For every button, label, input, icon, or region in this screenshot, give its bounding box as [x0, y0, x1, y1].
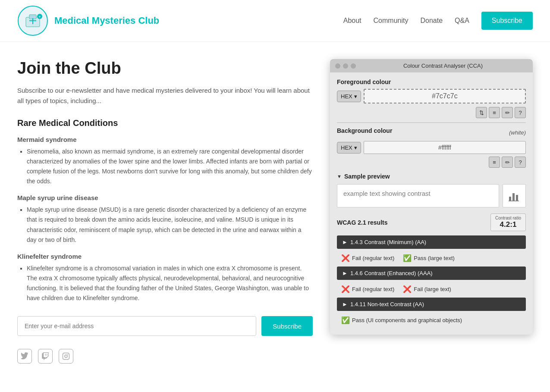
page-title: Join the Club — [17, 59, 313, 78]
cca-body: Foreground colour HEX ▾ ⇅ ≡ ✏ ? — [330, 72, 533, 335]
result-row-143[interactable]: ► 1.4.3 Contrast (Minimum) (AA) — [337, 235, 526, 249]
condition-title-maple: Maple syrup urine disease — [17, 194, 313, 201]
bg-white-label: (white) — [509, 129, 526, 136]
bg-eyedropper-icon[interactable]: ✏ — [502, 157, 513, 168]
instagram-icon[interactable] — [59, 349, 73, 364]
email-signup-row: Subscribe — [17, 316, 313, 336]
cca-title: Colour Contrast Analyser (CCA) — [358, 63, 528, 69]
result-143-item-0: ❌ Fail (regular text) — [341, 254, 394, 262]
fg-color-row: HEX ▾ — [337, 89, 526, 103]
intro-text: Subscribe to our e-newsletter and have m… — [17, 85, 313, 106]
nav-community[interactable]: Community — [374, 17, 409, 25]
fg-tools-row: ⇅ ≡ ✏ ? — [337, 107, 526, 118]
nav-qa[interactable]: Q&A — [455, 17, 469, 25]
fg-format-label: HEX — [341, 93, 352, 100]
fg-format-chevron: ▾ — [354, 93, 357, 100]
result-146-label: 1.4.6 Contrast (Enhanced) (AAA) — [350, 270, 433, 276]
result-146-item-0: ❌ Fail (regular text) — [341, 285, 394, 293]
svg-point-9 — [67, 354, 68, 355]
bg-help-icon[interactable]: ? — [515, 157, 526, 168]
result-143-item-1: ✅ Pass (large text) — [403, 254, 455, 262]
result-14111-label: 1.4.11 Non-text Contrast (AA) — [350, 301, 424, 307]
result-146-triangle: ► — [342, 270, 348, 276]
svg-rect-11 — [512, 193, 515, 201]
twitch-icon[interactable] — [38, 349, 53, 364]
subscribe-button[interactable]: Subscribe — [261, 316, 313, 336]
condition-desc-maple: Maple syrup urine disease (MSUD) is a ra… — [27, 205, 313, 245]
section-title: Rare Medical Conditions — [17, 118, 313, 128]
svg-rect-7 — [63, 353, 69, 360]
nav-about[interactable]: About — [343, 17, 361, 25]
email-input[interactable] — [17, 316, 256, 336]
sample-preview-row: example text showing contrast — [337, 184, 526, 207]
result-14111-text-0: Pass (UI components and graphical object… — [352, 317, 462, 323]
result-143-triangle: ► — [342, 239, 348, 245]
header: + Medical Mysteries Club About Community… — [0, 0, 550, 42]
result-146-details: ❌ Fail (regular text) ❌ Fail (large text… — [337, 282, 526, 298]
header-subscribe-button[interactable]: Subscribe — [481, 12, 533, 30]
result-143-text-1: Pass (large text) — [414, 255, 455, 261]
sample-text-box: example text showing contrast — [337, 184, 499, 207]
result-143-text-0: Fail (regular text) — [352, 255, 394, 261]
condition-title-klinefelter: Klinefelter syndrome — [17, 253, 313, 260]
fg-format-select[interactable]: HEX ▾ — [337, 91, 361, 102]
result-146-text-1: Fail (large text) — [414, 286, 451, 292]
result-row-146[interactable]: ► 1.4.6 Contrast (Enhanced) (AAA) — [337, 267, 526, 280]
fail-icon-0: ❌ — [341, 254, 350, 262]
cca-window: Colour Contrast Analyser (CCA) Foregroun… — [330, 59, 533, 335]
condition-klinefelter: Klinefelter syndrome Klinefelter syndrom… — [17, 253, 313, 303]
bg-hex-input[interactable] — [364, 141, 526, 154]
wcag-results-row: WCAG 2.1 results Contrast ratio 4.2:1 — [337, 213, 526, 231]
contrast-ratio-box: Contrast ratio 4.2:1 — [490, 213, 526, 231]
main-nav: About Community Donate Q&A Subscribe — [343, 12, 533, 30]
main-container: Join the Club Subscribe to our e-newslet… — [0, 42, 550, 372]
svg-point-8 — [65, 355, 67, 358]
result-14111-triangle: ► — [342, 301, 348, 307]
traffic-light-minimize — [343, 63, 348, 69]
bg-format-label: HEX — [341, 144, 352, 151]
wcag-label: WCAG 2.1 results — [337, 219, 387, 226]
social-icons — [17, 349, 313, 364]
twitter-icon[interactable] — [17, 349, 32, 364]
fg-label: Foreground colour — [337, 78, 526, 85]
contrast-ratio-value: 4.2:1 — [495, 220, 521, 229]
content-column: Join the Club Subscribe to our e-newslet… — [17, 59, 313, 364]
svg-text:+: + — [38, 15, 41, 19]
site-title: Medical Mysteries Club — [54, 15, 159, 26]
sample-label: Sample preview — [344, 173, 390, 180]
condition-maple: Maple syrup urine disease Maple syrup ur… — [17, 194, 313, 245]
pass-icon-0: ✅ — [403, 254, 412, 262]
fg-eyedropper-icon[interactable]: ✏ — [502, 107, 513, 118]
result-14111-item-0: ✅ Pass (UI components and graphical obje… — [341, 316, 462, 324]
bg-format-select[interactable]: HEX ▾ — [337, 142, 361, 154]
bg-sliders-icon[interactable]: ≡ — [489, 157, 500, 168]
result-row-14111[interactable]: ► 1.4.11 Non-text Contrast (AA) — [337, 298, 526, 311]
sample-triangle-icon: ▼ — [337, 174, 342, 179]
cca-panel: Colour Contrast Analyser (CCA) Foregroun… — [330, 59, 533, 335]
condition-mermaid: Mermaid syndrome Sirenomelia, also known… — [17, 136, 313, 186]
condition-list-klinefelter: Klinefelter syndrome is a chromosomal va… — [17, 263, 313, 303]
traffic-light-close — [335, 63, 340, 69]
condition-desc-mermaid: Sirenomelia, also known as mermaid syndr… — [27, 147, 313, 186]
condition-desc-klinefelter: Klinefelter syndrome is a chromosomal va… — [27, 263, 313, 303]
cca-titlebar: Colour Contrast Analyser (CCA) — [330, 59, 533, 72]
chart-icon-box — [503, 184, 526, 207]
bg-label: Background colour — [337, 127, 392, 134]
nav-donate[interactable]: Donate — [420, 17, 443, 25]
sample-preview-section: ▼ Sample preview example text showing co… — [337, 173, 526, 329]
fail-icon-2: ❌ — [403, 285, 412, 293]
fg-sliders-icon[interactable]: ≡ — [489, 107, 500, 118]
svg-rect-10 — [509, 197, 511, 201]
fg-hex-input[interactable] — [364, 89, 526, 103]
condition-title-mermaid: Mermaid syndrome — [17, 136, 313, 143]
fg-help-icon[interactable]: ? — [515, 107, 526, 118]
result-143-details: ❌ Fail (regular text) ✅ Pass (large text… — [337, 251, 526, 267]
cca-divider-1 — [337, 122, 526, 123]
bg-format-chevron: ▾ — [354, 144, 357, 151]
sample-header: ▼ Sample preview — [337, 173, 526, 180]
logo-icon: + — [17, 5, 48, 36]
fg-swap-icon[interactable]: ⇅ — [476, 107, 487, 118]
result-143-label: 1.4.3 Contrast (Minimum) (AA) — [350, 239, 426, 245]
chart-icon — [507, 189, 521, 203]
contrast-ratio-title: Contrast ratio — [495, 216, 521, 220]
